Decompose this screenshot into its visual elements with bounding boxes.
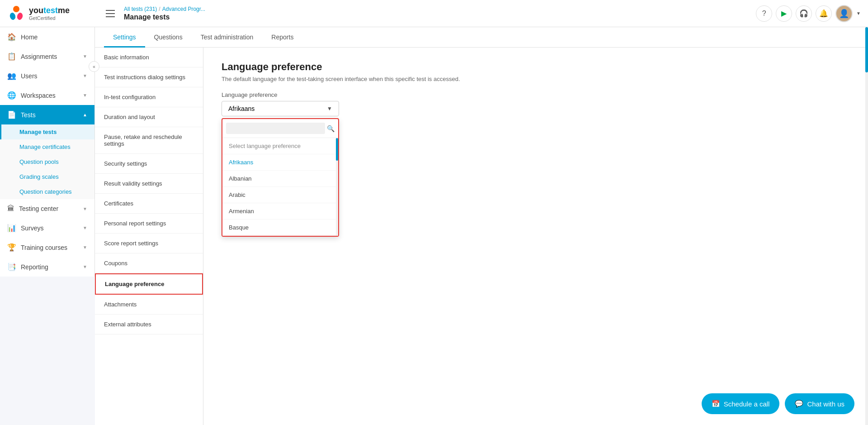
chat-icon: 💬 <box>795 400 803 408</box>
section-title: Language preference <box>222 61 850 73</box>
sidebar-item-workspaces[interactable]: 🌐 Workspaces ▼ <box>0 86 94 105</box>
two-panel: Basic information Test instructions dial… <box>95 48 868 425</box>
chevron-down-icon: ▼ <box>83 225 87 230</box>
header: youtestme GetCertified All tests (231) /… <box>0 0 868 27</box>
dropdown-option-placeholder[interactable]: Select language preference <box>222 138 338 154</box>
left-panel-language-preference[interactable]: Language preference <box>95 273 203 295</box>
page-title: Manage tests <box>124 13 756 21</box>
left-panel-security-settings[interactable]: Security settings <box>95 154 203 174</box>
tab-settings[interactable]: Settings <box>104 27 145 48</box>
breadcrumb: All tests (231) / Advanced Progr... <box>124 6 756 12</box>
surveys-icon: 📊 <box>7 224 16 232</box>
left-panel-basic-info[interactable]: Basic information <box>95 48 203 67</box>
scrollbar-thumb[interactable] <box>865 27 868 72</box>
left-panel-test-instructions[interactable]: Test instructions dialog settings <box>95 67 203 87</box>
breadcrumb-separator: / <box>159 6 160 12</box>
tab-test-administration[interactable]: Test administration <box>192 27 263 48</box>
dropdown-chevron-icon: ▼ <box>327 105 332 112</box>
training-courses-icon: 🏆 <box>7 243 16 252</box>
section-description: The default language for the test-taking… <box>222 76 850 82</box>
left-panel-certificates[interactable]: Certificates <box>95 194 203 214</box>
sidebar-item-label: Testing center <box>19 205 83 212</box>
left-panel-pause-retake[interactable]: Pause, retake and reschedule settings <box>95 127 203 154</box>
notifications-button[interactable]: 🔔 <box>816 5 832 22</box>
schedule-icon: 📅 <box>712 400 720 408</box>
schedule-call-button[interactable]: 📅 Schedule a call <box>702 393 780 414</box>
right-panel: Language preference The default language… <box>203 48 868 425</box>
sidebar-item-testing-center[interactable]: 🏛 Testing center ▼ <box>0 199 94 218</box>
sidebar-sub-question-pools[interactable]: Question pools <box>0 154 94 169</box>
sidebar-sub-grading-scales[interactable]: Grading scales <box>0 169 94 184</box>
sidebar-item-label: Reporting <box>21 263 83 271</box>
dropdown-option-albanian[interactable]: Albanian <box>222 171 338 187</box>
svg-point-2 <box>16 12 24 20</box>
hamburger-button[interactable] <box>102 5 118 22</box>
breadcrumb-current: Advanced Progr... <box>162 6 205 12</box>
headset-button[interactable]: 🎧 <box>796 5 812 22</box>
sidebar-item-reporting[interactable]: 📑 Reporting ▼ <box>0 257 94 277</box>
left-panel-personal-report[interactable]: Personal report settings <box>95 214 203 234</box>
sidebar-item-surveys[interactable]: 📊 Surveys ▼ <box>0 218 94 238</box>
search-icon: 🔍 <box>327 125 335 132</box>
sidebar-sub-manage-tests[interactable]: Manage tests <box>0 124 94 139</box>
field-label: Language preference <box>222 91 850 98</box>
sidebar-item-training-courses[interactable]: 🏆 Training courses ▼ <box>0 238 94 257</box>
avatar-chevron: ▼ <box>856 11 861 16</box>
left-panel-coupons[interactable]: Coupons <box>95 253 203 273</box>
brand-sub: GetCertified <box>29 15 70 21</box>
dropdown-search-input[interactable] <box>226 123 325 134</box>
chevron-down-icon: ▼ <box>83 206 87 211</box>
sidebar: « 🏠 Home 📋 Assignments ▼ 👥 Users ▼ 🌐 <box>0 27 95 277</box>
play-button[interactable]: ▶ <box>776 5 792 22</box>
sidebar-item-label: Workspaces <box>21 92 83 99</box>
left-panel-result-validity[interactable]: Result validity settings <box>95 174 203 194</box>
sidebar-tests-submenu: Manage tests Manage certificates Questio… <box>0 124 94 199</box>
content-area: Settings Questions Test administration R… <box>95 27 868 425</box>
header-actions: ? ▶ 🎧 🔔 👤 ▼ <box>756 5 861 22</box>
breadcrumb-all-tests[interactable]: All tests (231) <box>124 6 157 12</box>
bottom-actions: 📅 Schedule a call 💬 Chat with us <box>702 393 854 414</box>
left-panel-external-attributes[interactable]: External attributes <box>95 315 203 334</box>
page-scrollbar[interactable] <box>865 27 868 425</box>
sidebar-item-tests[interactable]: 📄 Tests ▲ <box>0 105 94 124</box>
chevron-down-icon: ▼ <box>83 264 87 269</box>
dropdown-option-afrikaans[interactable]: Afrikaans <box>222 154 338 171</box>
chevron-down-icon: ▼ <box>83 93 87 98</box>
language-preference-select[interactable]: Afrikaans ▼ <box>222 101 339 116</box>
sidebar-item-users[interactable]: 👥 Users ▼ <box>0 66 94 86</box>
svg-rect-5 <box>106 16 115 17</box>
testing-center-icon: 🏛 <box>7 205 14 213</box>
tab-questions[interactable]: Questions <box>145 27 192 48</box>
brand-highlight: test <box>43 6 58 15</box>
sidebar-sub-question-categories[interactable]: Question categories <box>0 184 94 199</box>
left-panel-in-test-config[interactable]: In-test configuration <box>95 87 203 107</box>
dropdown-option-arabic[interactable]: Arabic <box>222 187 338 203</box>
chat-with-us-button[interactable]: 💬 Chat with us <box>785 393 854 414</box>
help-button[interactable]: ? <box>756 5 772 22</box>
sidebar-item-label: Tests <box>21 111 83 119</box>
users-icon: 👥 <box>7 72 16 80</box>
left-panel-score-report[interactable]: Score report settings <box>95 234 203 253</box>
tab-reports[interactable]: Reports <box>262 27 302 48</box>
brand-name: youtestme <box>29 6 70 15</box>
selected-value: Afrikaans <box>228 105 255 112</box>
schedule-label: Schedule a call <box>724 400 770 408</box>
logo-icon <box>7 5 25 23</box>
sidebar-item-label: Home <box>21 33 87 41</box>
left-panel-duration-layout[interactable]: Duration and layout <box>95 107 203 127</box>
hamburger-icon <box>106 10 115 17</box>
tests-icon: 📄 <box>7 110 16 119</box>
sidebar-item-home[interactable]: 🏠 Home <box>0 27 94 47</box>
avatar[interactable]: 👤 <box>835 5 853 22</box>
reporting-icon: 📑 <box>7 263 16 271</box>
breadcrumb-area: All tests (231) / Advanced Progr... Mana… <box>124 6 756 21</box>
left-panel: Basic information Test instructions dial… <box>95 48 203 425</box>
svg-rect-3 <box>106 10 115 11</box>
logo-area: youtestme GetCertified <box>7 5 102 23</box>
dropdown-option-basque[interactable]: Basque <box>222 220 338 236</box>
sidebar-item-assignments[interactable]: 📋 Assignments ▼ <box>0 47 94 66</box>
dropdown-option-armenian[interactable]: Armenian <box>222 203 338 220</box>
sidebar-item-label: Assignments <box>21 53 83 60</box>
left-panel-attachments[interactable]: Attachments <box>95 295 203 315</box>
sidebar-sub-manage-certificates[interactable]: Manage certificates <box>0 139 94 154</box>
